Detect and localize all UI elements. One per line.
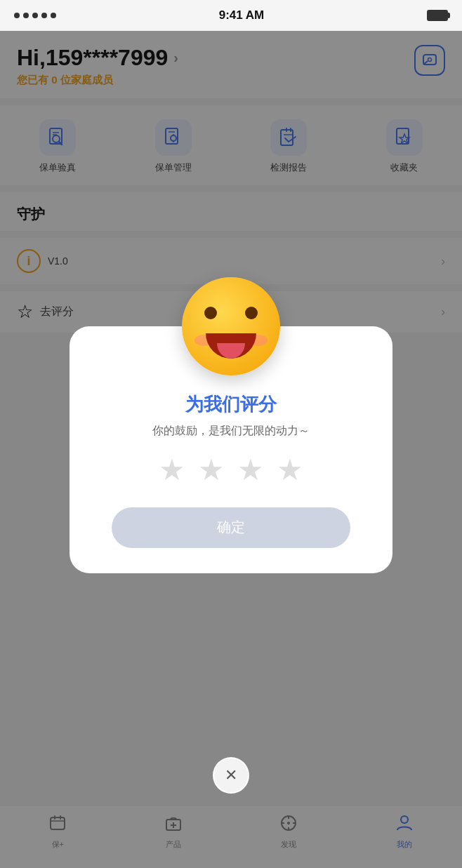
close-icon: ✕ bbox=[225, 766, 237, 784]
emoji-mouth bbox=[206, 333, 256, 359]
star-1[interactable]: ★ bbox=[159, 455, 185, 485]
modal-title: 为我们评分 bbox=[185, 392, 277, 417]
confirm-button[interactable]: 确定 bbox=[112, 507, 350, 548]
emoji-tongue bbox=[217, 343, 245, 359]
emoji-eye-right bbox=[245, 307, 258, 319]
star-2[interactable]: ★ bbox=[198, 455, 225, 485]
stars-row: ★ ★ ★ ★ bbox=[159, 455, 303, 485]
modal-subtitle: 你的鼓励，是我们无限的动力～ bbox=[152, 424, 310, 439]
star-3[interactable]: ★ bbox=[237, 455, 264, 485]
emoji-face bbox=[182, 277, 280, 375]
emoji-container bbox=[182, 277, 280, 375]
star-4[interactable]: ★ bbox=[277, 455, 303, 485]
battery-icon bbox=[427, 10, 448, 21]
status-bar: 9:41 AM bbox=[0, 0, 462, 31]
app-background: Hi,159****7999 › 您已有 0 位家庭成员 bbox=[0, 31, 462, 868]
emoji-eye-left bbox=[204, 307, 217, 319]
status-time: 9:41 AM bbox=[219, 8, 265, 22]
rating-modal: 为我们评分 你的鼓励，是我们无限的动力～ ★ ★ ★ ★ 确定 bbox=[70, 326, 392, 573]
close-modal-button[interactable]: ✕ bbox=[213, 757, 249, 794]
signal-dots bbox=[14, 13, 56, 18]
